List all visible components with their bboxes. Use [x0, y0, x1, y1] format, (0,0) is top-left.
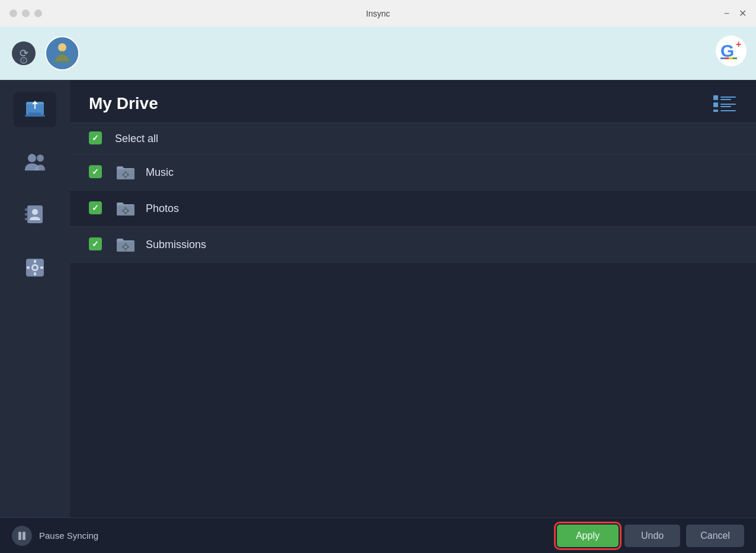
svg-rect-56	[127, 246, 129, 248]
minimize-button[interactable]: −	[724, 8, 729, 19]
user-avatar[interactable]	[45, 36, 79, 70]
svg-rect-33	[720, 99, 731, 100]
view-toggle[interactable]	[712, 94, 737, 113]
pause-icon	[12, 526, 32, 546]
drive-icon	[24, 97, 46, 123]
google-plus-icon[interactable]: G +	[716, 36, 747, 72]
svg-point-18	[37, 155, 44, 162]
file-list: Select all	[70, 123, 756, 517]
svg-point-46	[124, 210, 127, 212]
pause-syncing-button[interactable]: Pause Syncing	[12, 526, 98, 546]
svg-rect-42	[125, 176, 127, 178]
svg-rect-28	[34, 272, 36, 275]
svg-point-52	[124, 246, 127, 248]
folder-icon	[115, 235, 136, 254]
page-title: My Drive	[89, 94, 158, 113]
svg-rect-11	[729, 57, 733, 59]
svg-rect-41	[125, 171, 127, 173]
svg-rect-50	[127, 210, 129, 212]
bottom-bar: Pause Syncing Apply Undo Cancel	[0, 517, 756, 553]
title-bar: Insync − ✕	[0, 0, 756, 27]
dot-2	[22, 9, 30, 17]
main-layout: My Drive	[0, 80, 756, 517]
svg-rect-47	[125, 207, 127, 209]
undo-button[interactable]: Undo	[624, 525, 680, 547]
people-icon	[24, 150, 46, 176]
table-row[interactable]: Photos	[70, 191, 756, 227]
svg-rect-22	[25, 218, 28, 220]
svg-rect-27	[34, 260, 36, 263]
window-controls: − ✕	[724, 8, 747, 19]
svg-rect-31	[713, 95, 718, 100]
checkbox-checked-icon	[89, 131, 102, 144]
svg-rect-29	[27, 266, 30, 269]
svg-rect-43	[122, 174, 124, 176]
account-avatar-wrap: ⟳ !	[9, 36, 79, 70]
svg-rect-32	[720, 97, 736, 98]
sidebar	[0, 80, 70, 517]
svg-rect-34	[713, 102, 718, 107]
action-buttons: Apply Undo Cancel	[557, 525, 744, 547]
svg-rect-9	[720, 57, 725, 59]
apply-button[interactable]: Apply	[557, 525, 619, 547]
select-all-label: Select all	[115, 133, 158, 145]
table-row[interactable]: Music	[70, 155, 756, 191]
svg-rect-36	[720, 106, 731, 107]
dot-3	[34, 9, 42, 17]
content-header: My Drive	[70, 80, 756, 123]
sidebar-item-settings[interactable]	[14, 252, 56, 287]
dot-1	[9, 9, 17, 17]
svg-rect-10	[725, 57, 729, 59]
svg-rect-48	[125, 213, 127, 214]
account-bar: ⟳ ! G +	[0, 27, 756, 80]
photos-checkbox[interactable]	[89, 201, 103, 216]
app-title: Insync	[366, 9, 390, 18]
close-button[interactable]: ✕	[739, 8, 747, 19]
select-all-row[interactable]: Select all	[70, 123, 756, 155]
select-all-checkbox[interactable]	[89, 131, 103, 146]
cancel-button[interactable]: Cancel	[686, 525, 744, 547]
svg-rect-44	[127, 174, 129, 176]
svg-rect-58	[23, 532, 25, 540]
music-checkbox[interactable]	[89, 165, 103, 179]
settings-icon	[24, 257, 46, 282]
sidebar-item-shared[interactable]	[14, 145, 56, 181]
svg-text:+: +	[736, 39, 741, 49]
content-area: My Drive	[70, 80, 756, 517]
file-name: Music	[146, 166, 174, 179]
pause-syncing-label: Pause Syncing	[39, 531, 98, 541]
svg-rect-54	[125, 249, 127, 250]
svg-rect-35	[720, 104, 736, 105]
checkbox-checked-icon	[89, 165, 102, 178]
file-name: Submissions	[146, 239, 206, 251]
svg-rect-37	[713, 110, 718, 112]
submissions-checkbox[interactable]	[89, 237, 103, 252]
svg-rect-16	[25, 115, 45, 117]
checkbox-checked-icon	[89, 201, 102, 214]
svg-rect-20	[25, 208, 28, 211]
svg-point-26	[33, 266, 37, 269]
checkbox-checked-icon	[89, 237, 102, 250]
file-name: Photos	[146, 202, 179, 215]
sidebar-item-my-drive[interactable]	[14, 92, 56, 127]
svg-rect-15	[28, 112, 41, 115]
contacts-icon	[24, 204, 46, 229]
svg-point-40	[124, 173, 127, 176]
svg-rect-12	[733, 57, 737, 59]
folder-icon	[115, 199, 136, 218]
svg-rect-49	[122, 210, 124, 212]
svg-point-17	[28, 154, 36, 162]
window-dots	[9, 9, 42, 17]
svg-rect-38	[720, 110, 736, 111]
folder-icon	[115, 163, 136, 182]
table-row[interactable]: Submissions	[70, 227, 756, 263]
svg-rect-57	[18, 532, 21, 540]
svg-text:!: !	[23, 58, 25, 64]
svg-rect-53	[125, 243, 127, 245]
sidebar-item-contacts[interactable]	[14, 198, 56, 234]
svg-rect-21	[25, 213, 28, 216]
svg-rect-30	[40, 266, 43, 269]
svg-point-5	[58, 43, 66, 52]
sync-status-icon[interactable]: ⟳ !	[9, 39, 38, 67]
svg-point-23	[32, 209, 38, 215]
